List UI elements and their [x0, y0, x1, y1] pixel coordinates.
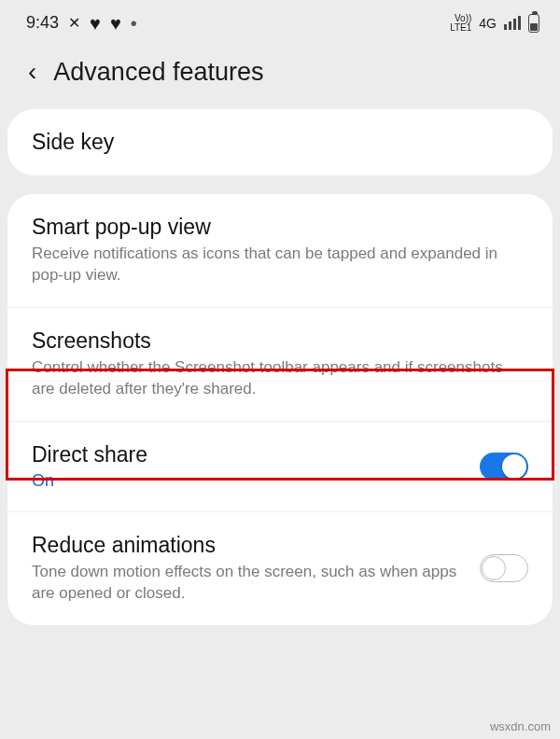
close-icon: ✕ — [68, 14, 80, 32]
volte-bottom: LTE1 — [450, 23, 471, 33]
screenshots-desc: Control whether the Screenshot toolbar a… — [32, 357, 528, 400]
reduce-animations-title: Reduce animations — [32, 533, 463, 558]
direct-share-title: Direct share — [32, 442, 463, 467]
direct-share-row[interactable]: Direct share On — [7, 422, 553, 512]
status-bar: 9:43 ✕ ♥ ♥ • Vo)) LTE1 4G — [0, 0, 560, 40]
smart-popup-row[interactable]: Smart pop-up view Receive notifications … — [7, 194, 553, 308]
direct-share-toggle[interactable] — [480, 453, 528, 481]
heart-icon: ♥ — [90, 14, 101, 33]
side-key-row[interactable]: Side key — [7, 109, 553, 175]
settings-card: Smart pop-up view Receive notifications … — [7, 194, 553, 625]
smart-popup-desc: Receive notifications as icons that can … — [32, 244, 528, 286]
side-key-title: Side key — [32, 130, 528, 155]
smart-popup-title: Smart pop-up view — [32, 215, 528, 240]
page-title: Advanced features — [53, 58, 263, 87]
status-left: 9:43 ✕ ♥ ♥ • — [26, 13, 137, 33]
side-key-card: Side key — [7, 109, 553, 175]
reduce-animations-row[interactable]: Reduce animations Tone down motion effec… — [7, 512, 553, 625]
network-type: 4G — [479, 16, 497, 31]
more-dot-icon: • — [131, 14, 137, 33]
screenshots-row[interactable]: Screenshots Control whether the Screensh… — [7, 308, 553, 422]
signal-icon — [504, 16, 521, 30]
direct-share-status: On — [32, 471, 463, 491]
status-right: Vo)) LTE1 4G — [450, 14, 539, 33]
reduce-animations-toggle[interactable] — [480, 554, 528, 582]
back-button[interactable]: ‹ — [28, 57, 36, 87]
status-time: 9:43 — [26, 13, 59, 33]
header: ‹ Advanced features — [0, 40, 560, 109]
battery-icon — [528, 14, 539, 33]
volte-indicator: Vo)) LTE1 — [450, 14, 471, 33]
screenshots-title: Screenshots — [32, 328, 528, 354]
reduce-animations-desc: Tone down motion effects on the screen, … — [32, 562, 463, 605]
watermark: wsxdn.com — [490, 719, 551, 733]
heart-icon: ♥ — [110, 14, 121, 33]
volte-top: Vo)) — [450, 14, 471, 23]
